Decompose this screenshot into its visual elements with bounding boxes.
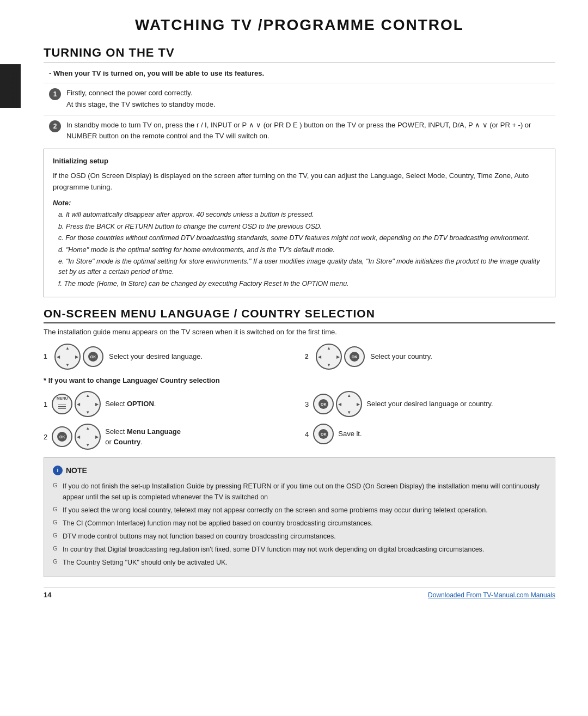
remote-icon-group-1: ▲ ▼ ◀ ▶ OK [54,344,103,370]
arrow-left-icon-2: ◀ [318,354,321,359]
ok-icon-1: OK [83,346,103,367]
ok-center-1: OK [88,352,98,362]
page-number: 14 [44,591,51,599]
arrow-down-icon-3: ▼ [85,410,90,415]
change-step-2-text: Select Menu Languageor Country. [105,426,181,448]
arrow-up-icon-5: ▲ [347,393,351,398]
note-box-item-1: If you do not finish the set-up Installa… [53,481,546,503]
note-box-item-2: If you select the wrong local country, t… [53,505,546,516]
note-box-item-4: DTV mode control buttons may not functio… [53,531,546,542]
note-list: a. It will automatically disappear after… [53,210,546,289]
lang-step-2-text: Select your country. [370,351,432,362]
onscreen-section: ON-SCREEN MENU LANGUAGE / COUNTRY SELECT… [44,307,555,450]
ok-icon-5: OK [313,424,334,444]
note-icon: i [53,466,63,475]
dpad-icon-5: ▲ ▼ ◀ ▶ [336,391,362,417]
turning-heading: TURNING ON THE TV [44,46,555,63]
change-step-4: 4 OK Save it. [305,424,555,444]
dpad-icon-1: ▲ ▼ ◀ ▶ [54,344,81,370]
ok-center-4: OK [318,399,328,409]
note-item-b: b. Press the BACK or RETURN button to ch… [58,222,546,232]
menu-label: MENU [57,396,68,400]
step-2: 2 In standby mode to turn TV on, press t… [49,120,555,143]
init-box: Initializing setup If the OSD (On Screen… [44,149,555,297]
page-title: WATCHING TV /PROGRAMME CONTROL [44,16,555,34]
arrow-left-icon-3: ◀ [77,402,80,407]
arrow-up-icon-4: ▲ [85,426,90,431]
dpad-icon-3: ▲ ▼ ◀ ▶ [75,391,101,417]
arrow-up-icon-3: ▲ [85,393,90,398]
note-box-list: If you do not finish the set-up Installa… [53,481,546,568]
arrow-right-icon: ▶ [75,354,78,359]
lang-step-1: 1 ▲ ▼ ◀ ▶ OK Select your desired languag… [44,344,294,370]
remote-icon-group-2: ▲ ▼ ◀ ▶ OK [316,344,365,370]
arrow-right-icon-3: ▶ [95,402,99,407]
note-item-f: f. The mode (Home, In Store) can be chan… [58,279,546,289]
menu-btn-icon: MENU [52,394,72,414]
note-box-item-3: The CI (Common Interface) function may n… [53,518,546,529]
change-step-4-text: Save it. [338,429,362,439]
change-icon-group-2: OK ▲ ▼ ◀ ▶ [52,424,101,450]
change-step-3-num: 3 [305,400,309,408]
arrow-down-icon: ▼ [65,363,70,368]
note-item-c: c. For those countries without confirmed… [58,233,546,243]
change-step-3: 3 OK ▲ ▼ ◀ ▶ Select your desired languag… [305,391,555,417]
arrow-right-icon-5: ▶ [357,402,360,407]
arrow-right-icon-4: ▶ [95,435,99,439]
ok-center-5: OK [318,429,328,439]
install-line: The installation guide menu appears on t… [44,328,555,336]
note-box: i NOTE If you do not finish the set-up I… [44,457,555,577]
lang-step-2: 2 ▲ ▼ ◀ ▶ OK Select your country. [305,344,555,370]
init-title: Initializing setup [53,156,546,167]
change-lang-line: * If you want to change Language/ Countr… [44,376,555,384]
arrow-left-icon: ◀ [57,354,60,359]
change-step-3-text: Select your desired language or country. [366,399,493,409]
change-step-4-num: 4 [305,430,309,438]
arrow-up-icon: ▲ [65,346,70,351]
note-box-title-text: NOTE [66,464,87,476]
footer-link[interactable]: Downloaded From TV-Manual.com Manuals [428,591,555,599]
note-box-item-5: In country that Digital broadcasting reg… [53,544,546,555]
ok-center-3: OK [57,432,67,442]
page-footer: 14 Downloaded From TV-Manual.com Manuals [44,587,555,599]
step-1: 1 Firstly, connect the power cord correc… [49,88,555,111]
arrow-up-icon-2: ▲ [327,346,331,351]
change-step-1-text: Select OPTION. [105,399,156,409]
onscreen-heading: ON-SCREEN MENU LANGUAGE / COUNTRY SELECT… [44,307,555,323]
note-box-item-6: The Country Setting "UK" should only be … [53,557,546,568]
change-right-col: 3 OK ▲ ▼ ◀ ▶ Select your desired languag… [305,391,555,450]
change-icon-group-4: OK [313,424,334,444]
note-item-a: a. It will automatically disappear after… [58,210,546,220]
dpad-icon-4: ▲ ▼ ◀ ▶ [75,424,101,450]
lang-step-2-num: 2 [305,353,310,360]
turning-section: TURNING ON THE TV - When your TV is turn… [44,46,555,297]
step-2-text: In standby mode to turn TV on, press the… [66,120,555,143]
arrow-left-icon-5: ◀ [338,402,341,407]
change-icon-group-3: OK ▲ ▼ ◀ ▶ [313,391,362,417]
step-2-number: 2 [49,120,61,132]
lang-step-1-text: Select your desired language. [109,351,203,362]
ok-center-2: OK [350,352,359,362]
note-box-title: i NOTE [53,464,546,476]
change-left-col: 1 MENU ▲ ▼ ◀ ▶ [44,391,294,450]
note-item-e: e. "In Store" mode is the optimal settin… [58,256,546,278]
change-grid: 1 MENU ▲ ▼ ◀ ▶ [44,391,555,450]
step-1-text: Firstly, connect the power cord correctl… [66,88,216,111]
arrow-down-icon-5: ▼ [347,410,351,415]
note-item-d: d. "Home" mode is the optimal setting fo… [58,245,546,255]
lang-step-1-num: 1 [44,353,49,360]
arrow-right-icon-2: ▶ [336,354,340,359]
arrow-down-icon-4: ▼ [85,443,90,448]
ok-icon-4: OK [313,394,334,414]
arrow-left-icon-4: ◀ [77,435,80,439]
lang-country-grid: 1 ▲ ▼ ◀ ▶ OK Select your desired languag… [44,344,555,370]
step-1-number: 1 [49,88,61,100]
change-step-1: 1 MENU ▲ ▼ ◀ ▶ [44,391,294,417]
init-text: If the OSD (On Screen Display) is displa… [53,170,546,193]
note-label: Note: [53,198,546,209]
turning-intro: - When your TV is turned on, you will be… [49,69,555,77]
change-step-2-num: 2 [44,433,47,441]
sidebar-english-label: ENGLISH [10,71,16,105]
arrow-down-icon-2: ▼ [327,363,331,368]
dpad-icon-2: ▲ ▼ ◀ ▶ [316,344,342,370]
